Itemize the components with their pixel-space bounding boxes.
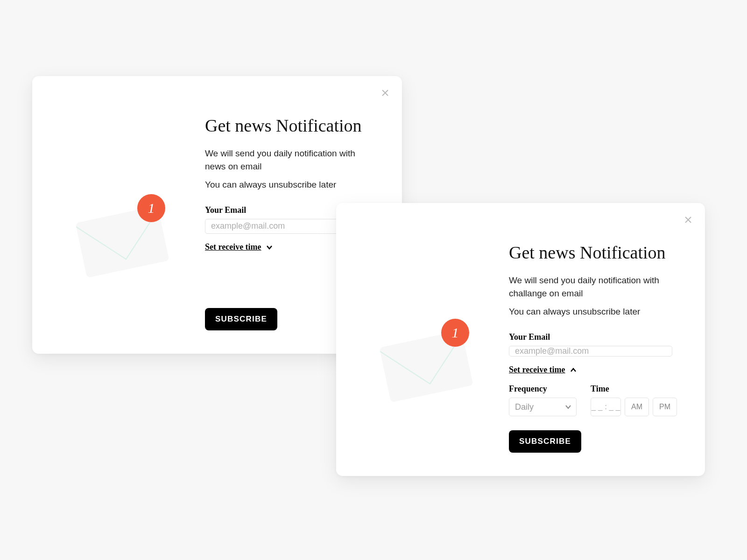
modal-description-1: We will send you daily notification with…: [205, 147, 364, 173]
modal-description-2: You can always unsubscribe later: [205, 178, 364, 191]
modal-description-1: We will send you daily notification with…: [509, 274, 668, 300]
pm-button[interactable]: PM: [653, 398, 677, 416]
toggle-label: Set receive time: [205, 242, 261, 252]
illustration: 1: [56, 97, 196, 330]
time-label: Time: [591, 384, 677, 394]
modal-title: Get news Notification: [509, 242, 682, 263]
frequency-label: Frequency: [509, 384, 577, 394]
frequency-select[interactable]: Daily: [509, 398, 577, 416]
close-icon: [381, 89, 389, 97]
email-input[interactable]: [509, 346, 672, 357]
subscribe-button[interactable]: SUBSCRIBE: [205, 308, 277, 330]
chevron-up-icon: [570, 367, 577, 373]
close-button[interactable]: [683, 214, 694, 225]
modal-title: Get news Notification: [205, 115, 379, 136]
email-label: Your Email: [509, 332, 682, 342]
illustration: 1: [359, 224, 500, 453]
time-input[interactable]: _ _ : _ _: [591, 398, 621, 416]
close-button[interactable]: [380, 87, 391, 98]
chevron-down-icon: [565, 404, 571, 410]
subscribe-button[interactable]: SUBSCRIBE: [509, 430, 581, 453]
am-button[interactable]: AM: [625, 398, 649, 416]
close-icon: [684, 216, 692, 224]
modal-description-2: You can always unsubscribe later: [509, 305, 668, 318]
set-receive-time-toggle[interactable]: Set receive time: [509, 365, 682, 375]
frequency-value: Daily: [515, 402, 534, 412]
chevron-down-icon: [266, 244, 273, 251]
notification-badge: 1: [137, 194, 165, 222]
toggle-label: Set receive time: [509, 365, 565, 375]
notification-modal-expanded: 1 Get news Notification We will send you…: [336, 203, 705, 476]
notification-badge: 1: [441, 319, 469, 347]
